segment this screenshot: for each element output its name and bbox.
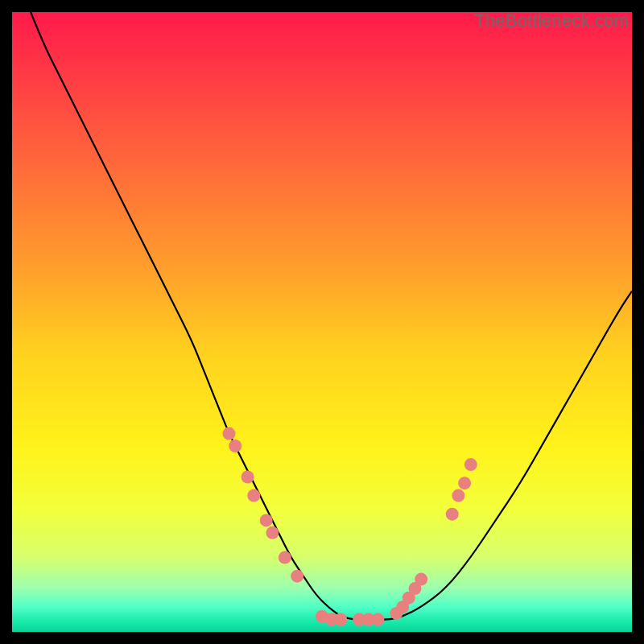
- marker-point: [266, 526, 279, 539]
- marker-point: [415, 573, 427, 586]
- bottleneck-chart: [12, 12, 632, 632]
- marker-point: [291, 570, 303, 583]
- marker-point: [242, 471, 254, 484]
- marker-point: [279, 551, 291, 564]
- marker-point: [458, 477, 471, 489]
- chart-frame: TheBottleneck.com: [12, 12, 632, 632]
- watermark-label: TheBottleneck.com: [474, 10, 629, 31]
- marker-point: [229, 440, 242, 452]
- marker-point: [334, 613, 347, 626]
- gradient-background: [12, 12, 632, 632]
- marker-point: [371, 613, 384, 626]
- marker-point: [247, 489, 260, 502]
- marker-point: [446, 508, 459, 521]
- marker-point: [223, 427, 236, 440]
- marker-point: [452, 489, 464, 502]
- marker-point: [464, 458, 477, 471]
- marker-point: [260, 514, 273, 526]
